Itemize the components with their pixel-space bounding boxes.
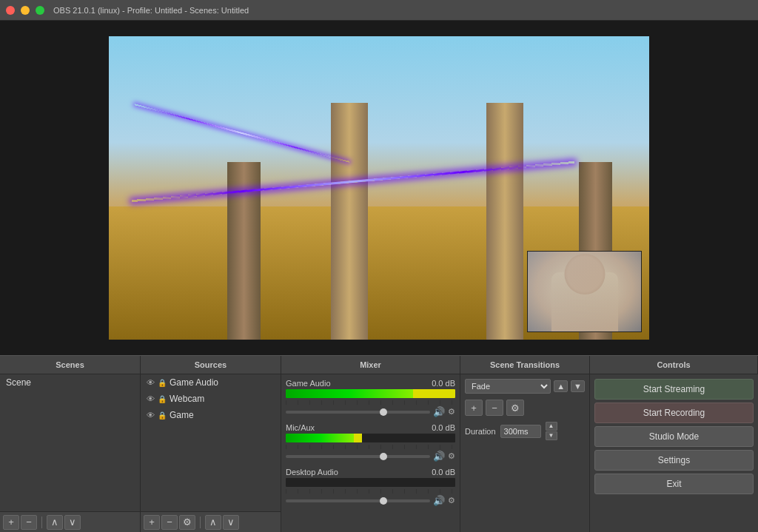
- source-add-button[interactable]: +: [144, 515, 160, 530]
- mixer-panel: Game Audio 0.0 dB 🔊 ⚙: [281, 374, 460, 532]
- webcam-face: [528, 252, 641, 331]
- minimize-button[interactable]: [21, 6, 30, 15]
- titlebar: OBS 21.0.1 (linux) - Profile: Untitled -…: [0, 0, 758, 21]
- mixer-track-db: 0.0 dB: [432, 379, 455, 388]
- duration-row: Duration ▲ ▼: [465, 422, 585, 440]
- sources-panel: 👁 🔒 Game Audio 👁 🔒 Webcam 👁 🔒 Game + −: [141, 374, 281, 532]
- volume-slider[interactable]: [286, 455, 430, 458]
- mixer-track-mic-aux: Mic/Aux 0.0 dB 🔊 ⚙: [281, 422, 460, 463]
- transitions-toolbar: + − ⚙: [465, 400, 585, 416]
- webcam-overlay: [527, 251, 642, 332]
- scene-remove-button[interactable]: −: [21, 515, 37, 530]
- maximize-button[interactable]: [36, 6, 44, 15]
- bottom-panel: Scenes Sources Mixer Scene Transitions C…: [0, 355, 758, 532]
- transition-arrow-up[interactable]: ▲: [554, 380, 568, 392]
- preview-area: [0, 21, 758, 355]
- duration-arrows: ▲ ▼: [546, 422, 557, 440]
- transition-select[interactable]: Fade: [465, 379, 551, 394]
- sources-list: 👁 🔒 Game Audio 👁 🔒 Webcam 👁 🔒 Game: [141, 374, 281, 511]
- meter-container: [286, 389, 455, 398]
- toolbar-separator: [200, 516, 201, 528]
- meter-yellow: [413, 389, 455, 398]
- studio-mode-button[interactable]: Studio Mode: [594, 426, 754, 447]
- mixer-controls: 🔊 ⚙: [286, 495, 455, 506]
- sources-panel-header: Sources: [141, 356, 281, 374]
- meter-green: [286, 389, 413, 398]
- start-streaming-button[interactable]: Start Streaming: [594, 379, 754, 400]
- source-item-webcam[interactable]: 👁 🔒 Webcam: [141, 391, 281, 407]
- source-item-game[interactable]: 👁 🔒 Game: [141, 407, 281, 423]
- mixer-controls: 🔊 ⚙: [286, 451, 455, 462]
- panel-headers: Scenes Sources Mixer Scene Transitions C…: [0, 355, 758, 374]
- meter-container: [286, 478, 455, 487]
- meter-scale: [286, 489, 455, 494]
- speaker-icon[interactable]: 🔊: [433, 406, 445, 417]
- source-up-button[interactable]: ∧: [205, 515, 221, 530]
- mixer-track-label: Desktop Audio: [286, 468, 338, 477]
- panel-content: Scene + − ∧ ∨ 👁 🔒 Game Audio 👁: [0, 374, 758, 532]
- transition-add-button[interactable]: +: [465, 400, 483, 416]
- source-settings-button[interactable]: ⚙: [179, 515, 195, 530]
- duration-up-button[interactable]: ▲: [546, 422, 557, 431]
- eye-icon: 👁: [147, 394, 155, 403]
- transitions-panel-header: Scene Transitions: [460, 356, 590, 374]
- scene-down-button[interactable]: ∨: [64, 515, 81, 530]
- mixer-panel-header: Mixer: [281, 356, 460, 374]
- mixer-track-db: 0.0 dB: [432, 468, 455, 477]
- lock-icon: 🔒: [158, 395, 167, 403]
- gear-icon[interactable]: ⚙: [448, 451, 455, 461]
- duration-input[interactable]: [500, 425, 541, 438]
- controls-panel-header: Controls: [590, 356, 758, 374]
- source-down-button[interactable]: ∨: [223, 515, 239, 530]
- pillar-right: [486, 103, 523, 340]
- meter-scale: [286, 445, 455, 449]
- pillar-left: [331, 103, 368, 340]
- eye-icon: 👁: [147, 411, 155, 420]
- volume-slider[interactable]: [286, 499, 430, 502]
- transition-select-row: Fade ▲ ▼: [465, 379, 585, 394]
- toolbar-separator: [41, 516, 42, 528]
- gear-icon[interactable]: ⚙: [448, 407, 455, 417]
- scene-item[interactable]: Scene: [0, 374, 140, 391]
- volume-slider[interactable]: [286, 411, 430, 414]
- close-button[interactable]: [6, 6, 15, 15]
- lock-icon: 🔒: [158, 411, 167, 420]
- exit-button[interactable]: Exit: [594, 474, 754, 494]
- speaker-icon[interactable]: 🔊: [433, 495, 445, 506]
- scenes-panel: Scene + − ∧ ∨: [0, 374, 141, 532]
- gear-icon[interactable]: ⚙: [448, 496, 455, 505]
- scenes-toolbar: + − ∧ ∨: [0, 511, 140, 532]
- mixer-track-desktop-audio: Desktop Audio 0.0 dB 🔊 ⚙: [281, 466, 460, 508]
- preview-canvas: [109, 36, 649, 340]
- meter-yellow: [354, 434, 362, 442]
- scenes-panel-header: Scenes: [0, 356, 141, 374]
- source-item-game-audio[interactable]: 👁 🔒 Game Audio: [141, 374, 281, 391]
- meter-container: [286, 434, 455, 442]
- mixer-track-label: Mic/Aux: [286, 423, 315, 432]
- controls-panel: Start Streaming Start Recording Studio M…: [590, 374, 758, 532]
- source-remove-button[interactable]: −: [161, 515, 178, 530]
- lock-icon: 🔒: [158, 379, 167, 387]
- mixer-track-label: Game Audio: [286, 379, 331, 388]
- mixer-controls: 🔊 ⚙: [286, 406, 455, 417]
- meter-green: [286, 434, 354, 442]
- transitions-panel: Fade ▲ ▼ + − ⚙ Duration ▲ ▼: [460, 374, 590, 532]
- start-recording-button[interactable]: Start Recording: [594, 403, 754, 423]
- transition-remove-button[interactable]: −: [486, 400, 503, 416]
- scenes-list: Scene: [0, 374, 140, 511]
- duration-down-button[interactable]: ▼: [546, 431, 557, 440]
- sources-toolbar: + − ⚙ ∧ ∨: [141, 511, 281, 532]
- scene-up-button[interactable]: ∧: [47, 515, 63, 530]
- transition-settings-button[interactable]: ⚙: [506, 400, 524, 416]
- eye-icon: 👁: [147, 378, 155, 387]
- mixer-track-game-audio: Game Audio 0.0 dB 🔊 ⚙: [281, 377, 460, 419]
- title-text: OBS 21.0.1 (linux) - Profile: Untitled -…: [53, 6, 249, 15]
- mixer-track-db: 0.0 dB: [432, 423, 455, 432]
- transition-arrow-down[interactable]: ▼: [571, 380, 585, 392]
- duration-label: Duration: [465, 427, 496, 436]
- speaker-icon[interactable]: 🔊: [433, 451, 445, 462]
- settings-button[interactable]: Settings: [594, 450, 754, 471]
- meter-scale: [286, 400, 455, 405]
- scene-add-button[interactable]: +: [3, 515, 19, 530]
